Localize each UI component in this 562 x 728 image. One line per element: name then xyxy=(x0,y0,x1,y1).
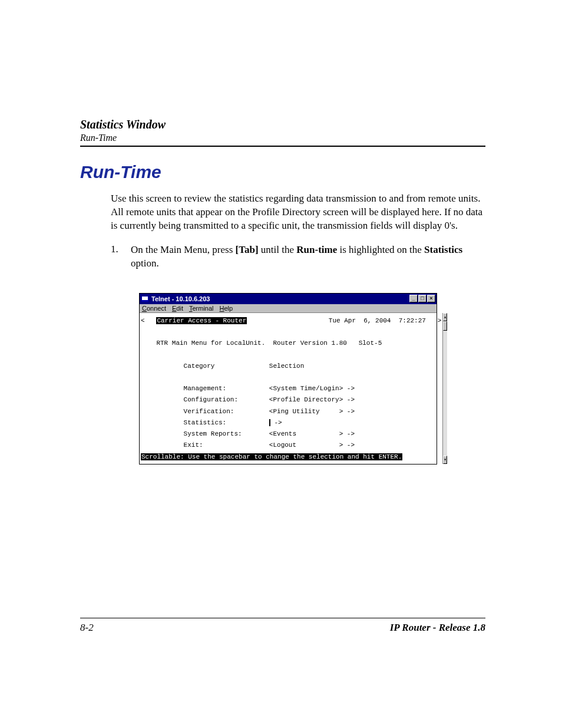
scroll-down-button[interactable]: ▾ xyxy=(443,456,447,464)
menu-terminal[interactable]: Terminal xyxy=(189,305,214,312)
terminal-content[interactable]: < Carrier Access - Router Tue Apr 6, 200… xyxy=(140,313,442,464)
telnet-menubar[interactable]: Connect Edit Terminal Help xyxy=(140,304,437,313)
telnet-app-icon xyxy=(141,295,149,302)
page-header-title: Statistics Window xyxy=(80,118,485,131)
scroll-track[interactable] xyxy=(443,321,447,456)
term-statistics: Statistics xyxy=(424,244,462,255)
maximize-button[interactable]: □ xyxy=(418,295,427,302)
header-rule xyxy=(80,146,485,147)
intro-paragraph: Use this screen to review the statistics… xyxy=(111,192,485,233)
scroll-up-button[interactable]: ▴ xyxy=(443,313,447,321)
scroll-thumb[interactable] xyxy=(443,321,447,331)
step-1: 1. On the Main Menu, press [Tab] until t… xyxy=(111,243,485,271)
step-number: 1. xyxy=(111,243,131,271)
step-text: On the Main Menu, press [Tab] until the … xyxy=(131,243,485,271)
menu-help[interactable]: Help xyxy=(220,305,233,312)
svg-rect-1 xyxy=(142,297,148,300)
term-runtime: Run-time xyxy=(296,244,337,255)
menu-edit[interactable]: Edit xyxy=(172,305,183,312)
section-heading: Run-Time xyxy=(80,162,485,182)
menu-connect[interactable]: Connect xyxy=(142,305,166,312)
page-header-subtitle: Run-Time xyxy=(80,133,485,143)
footer-rule xyxy=(80,618,485,618)
telnet-titlebar[interactable]: Telnet - 10.10.6.203 _ □ × xyxy=(140,294,437,304)
minimize-button[interactable]: _ xyxy=(409,295,418,302)
telnet-window: Telnet - 10.10.6.203 _ □ × Connect Edit … xyxy=(139,293,437,465)
close-button[interactable]: × xyxy=(427,295,435,302)
page-number: 8-2 xyxy=(80,622,94,634)
doc-title: IP Router - Release 1.8 xyxy=(390,622,485,634)
key-tab: [Tab] xyxy=(236,244,259,255)
terminal-scrollbar[interactable]: ▴ ▾ xyxy=(442,313,447,464)
telnet-title: Telnet - 10.10.6.203 xyxy=(151,295,409,302)
